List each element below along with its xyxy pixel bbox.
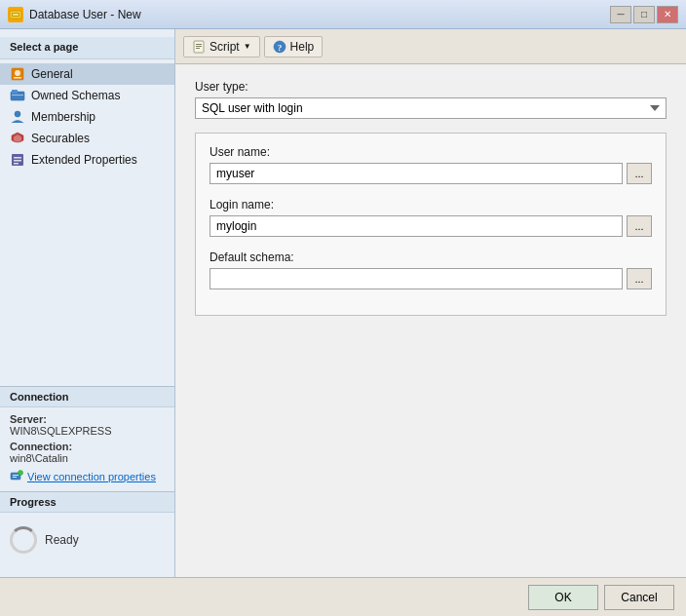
- svg-rect-15: [13, 475, 19, 476]
- svg-rect-12: [14, 160, 21, 162]
- help-icon: ?: [273, 40, 286, 54]
- sidebar-label-securables: Securables: [31, 132, 90, 145]
- user-type-select[interactable]: SQL user with login SQL user without log…: [195, 97, 667, 119]
- general-icon: [10, 66, 25, 82]
- sidebar-label-extended-properties: Extended Properties: [31, 153, 137, 167]
- sidebar-label-membership: Membership: [31, 110, 95, 124]
- script-dropdown-arrow: ▼: [244, 42, 251, 51]
- server-label: Server:: [10, 413, 165, 425]
- title-bar: Database User - New ─ □ ✕: [0, 0, 686, 29]
- svg-rect-21: [196, 48, 200, 49]
- ok-button[interactable]: OK: [528, 585, 598, 610]
- sidebar-label-general: General: [31, 67, 73, 81]
- svg-text:?: ?: [277, 43, 282, 53]
- connection-link-text: View connection properties: [27, 471, 156, 482]
- svg-rect-5: [14, 77, 21, 79]
- default-schema-label: Default schema:: [210, 250, 652, 264]
- user-details-section: User name: ... Login name: ... Default s…: [195, 133, 667, 316]
- user-type-label: User type:: [195, 80, 667, 94]
- svg-rect-13: [14, 163, 19, 165]
- maximize-button[interactable]: □: [633, 6, 655, 23]
- user-type-group: User type: SQL user with login SQL user …: [195, 80, 667, 119]
- user-name-browse-button[interactable]: ...: [627, 163, 652, 184]
- user-name-input[interactable]: [210, 163, 623, 184]
- title-text: Database User - New: [29, 8, 141, 21]
- membership-icon: [10, 109, 25, 125]
- svg-rect-7: [12, 90, 18, 94]
- main-container: Select a page General Owned Schemas: [0, 29, 686, 577]
- default-schema-group: Default schema: ...: [210, 250, 652, 289]
- title-buttons: ─ □ ✕: [610, 6, 678, 23]
- owned-schemas-icon: [10, 88, 25, 103]
- script-icon: [192, 40, 206, 54]
- script-label: Script: [210, 40, 240, 54]
- script-button[interactable]: Script ▼: [183, 36, 260, 58]
- server-value: WIN8\SQLEXPRESS: [10, 425, 165, 437]
- login-name-label: Login name:: [210, 198, 652, 212]
- progress-section: Progress Ready: [0, 491, 174, 569]
- content-area: Script ▼ ? Help User type: SQL user with…: [175, 29, 686, 577]
- svg-rect-20: [196, 46, 202, 47]
- login-name-input[interactable]: [210, 215, 623, 237]
- view-connection-properties-link[interactable]: View connection properties: [10, 470, 165, 483]
- sidebar-section-title: Select a page: [0, 37, 174, 59]
- user-name-group: User name: ...: [210, 145, 652, 184]
- cancel-button[interactable]: Cancel: [604, 585, 674, 610]
- default-schema-input[interactable]: [210, 268, 623, 289]
- sidebar: Select a page General Owned Schemas: [0, 29, 175, 577]
- minimize-button[interactable]: ─: [610, 6, 631, 23]
- form-area: User type: SQL user with login SQL user …: [175, 64, 686, 577]
- progress-content: Ready: [10, 519, 165, 561]
- sidebar-item-extended-properties[interactable]: Extended Properties: [0, 149, 174, 171]
- extended-properties-icon: [10, 152, 25, 168]
- sidebar-item-owned-schemas[interactable]: Owned Schemas: [0, 85, 174, 106]
- default-schema-browse-button[interactable]: ...: [627, 268, 652, 289]
- connection-value: win8\Catalin: [10, 452, 165, 464]
- svg-point-9: [15, 111, 20, 117]
- help-button[interactable]: ? Help: [264, 36, 324, 58]
- connection-link-icon: [10, 470, 23, 483]
- toolbar: Script ▼ ? Help: [175, 29, 686, 64]
- bottom-bar: OK Cancel: [0, 577, 686, 616]
- securables-icon: [10, 131, 25, 146]
- app-icon: [8, 7, 23, 22]
- help-label: Help: [290, 40, 315, 54]
- default-schema-input-group: ...: [210, 268, 652, 289]
- sidebar-item-membership[interactable]: Membership: [0, 106, 174, 128]
- svg-point-4: [15, 70, 20, 76]
- login-name-browse-button[interactable]: ...: [627, 215, 652, 237]
- connection-title: Connection: [0, 387, 174, 407]
- svg-rect-16: [13, 477, 17, 478]
- svg-rect-8: [12, 95, 23, 96]
- progress-status: Ready: [45, 533, 79, 547]
- login-name-group: Login name: ...: [210, 198, 652, 237]
- svg-rect-19: [196, 44, 202, 45]
- title-bar-left: Database User - New: [8, 7, 141, 22]
- progress-spinner: [10, 526, 37, 554]
- close-button[interactable]: ✕: [657, 6, 678, 23]
- user-name-input-group: ...: [210, 163, 652, 184]
- user-name-label: User name:: [210, 145, 652, 159]
- connection-section: Connection Server: WIN8\SQLEXPRESS Conne…: [0, 386, 174, 491]
- progress-title: Progress: [0, 492, 174, 513]
- sidebar-label-owned-schemas: Owned Schemas: [31, 89, 120, 102]
- login-name-input-group: ...: [210, 215, 652, 237]
- sidebar-item-general[interactable]: General: [0, 63, 174, 85]
- svg-rect-2: [13, 14, 19, 16]
- svg-rect-11: [14, 157, 21, 159]
- sidebar-item-securables[interactable]: Securables: [0, 128, 174, 149]
- svg-point-17: [19, 471, 23, 476]
- connection-label: Connection:: [10, 441, 165, 452]
